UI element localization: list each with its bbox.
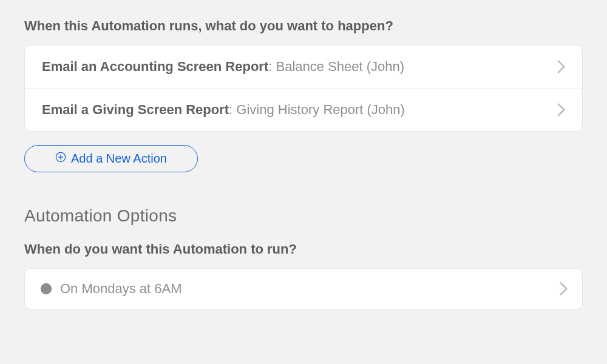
action-sep: :	[229, 102, 236, 117]
automation-options-heading: Automation Options	[24, 206, 583, 226]
plus-circle-icon	[55, 152, 66, 166]
chevron-right-icon	[557, 60, 565, 73]
schedule-left: On Mondays at 6AM	[39, 281, 182, 297]
actions-prompt: When this Automation runs, what do you w…	[24, 18, 583, 34]
action-sep: :	[268, 59, 276, 74]
chevron-right-icon	[557, 103, 565, 116]
action-row-1[interactable]: Email a Giving Screen Report: Giving His…	[25, 88, 582, 131]
action-detail: Giving History Report (John)	[236, 102, 405, 117]
add-action-button[interactable]: Add a New Action	[24, 145, 198, 172]
schedule-text: On Mondays at 6AM	[60, 281, 182, 297]
add-action-label: Add a New Action	[71, 152, 167, 166]
action-text: Email an Accounting Screen Report: Balan…	[42, 59, 404, 75]
schedule-prompt: When do you want this Automation to run?	[24, 241, 583, 257]
action-bold: Email a Giving Screen Report	[42, 102, 229, 117]
action-list: Email an Accounting Screen Report: Balan…	[24, 45, 583, 132]
action-row-0[interactable]: Email an Accounting Screen Report: Balan…	[25, 46, 582, 88]
clock-icon	[39, 282, 53, 295]
schedule-row[interactable]: On Mondays at 6AM	[25, 269, 582, 309]
schedule-card: On Mondays at 6AM	[24, 268, 583, 309]
action-bold: Email an Accounting Screen Report	[42, 59, 268, 74]
chevron-right-icon	[560, 282, 568, 295]
action-text: Email a Giving Screen Report: Giving His…	[42, 102, 405, 118]
action-detail: Balance Sheet (John)	[276, 59, 405, 74]
